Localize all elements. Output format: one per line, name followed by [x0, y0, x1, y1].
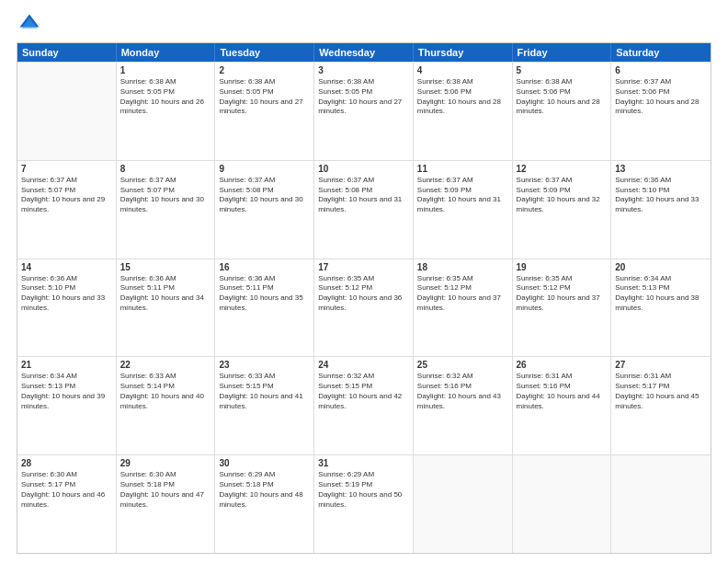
calendar-cell: 9 Sunrise: 6:37 AMSunset: 5:08 PMDayligh… — [215, 161, 314, 259]
calendar-cell: 11 Sunrise: 6:37 AMSunset: 5:09 PMDaylig… — [414, 161, 513, 259]
calendar: SundayMondayTuesdayWednesdayThursdayFrid… — [17, 42, 711, 554]
day-number: 25 — [417, 360, 508, 370]
day-number: 21 — [21, 360, 112, 370]
day-number: 24 — [318, 360, 409, 370]
day-number: 8 — [120, 164, 211, 174]
cell-info: Sunrise: 6:31 AMSunset: 5:16 PMDaylight:… — [517, 372, 608, 411]
calendar-cell: 28 Sunrise: 6:30 AMSunset: 5:17 PMDaylig… — [17, 455, 117, 553]
cell-info: Sunrise: 6:37 AMSunset: 5:09 PMDaylight:… — [417, 176, 508, 215]
cell-info: Sunrise: 6:30 AMSunset: 5:18 PMDaylight:… — [120, 470, 211, 510]
cell-info: Sunrise: 6:37 AMSunset: 5:07 PMDaylight:… — [21, 176, 112, 215]
day-number: 22 — [120, 360, 211, 370]
cell-info: Sunrise: 6:38 AMSunset: 5:06 PMDaylight:… — [517, 77, 608, 117]
calendar-cell: 5 Sunrise: 6:38 AMSunset: 5:06 PMDayligh… — [513, 63, 612, 160]
calendar-cell: 3 Sunrise: 6:38 AMSunset: 5:05 PMDayligh… — [314, 63, 414, 160]
day-number: 1 — [120, 65, 211, 75]
calendar-cell: 13 Sunrise: 6:36 AMSunset: 5:10 PMDaylig… — [611, 161, 711, 259]
calendar-cell: 30 Sunrise: 6:29 AMSunset: 5:18 PMDaylig… — [215, 455, 314, 553]
calendar-cell: 19 Sunrise: 6:35 AMSunset: 5:12 PMDaylig… — [513, 259, 612, 357]
day-number: 16 — [219, 262, 310, 272]
calendar-row: 21 Sunrise: 6:34 AMSunset: 5:13 PMDaylig… — [17, 356, 711, 454]
day-number: 11 — [417, 164, 508, 174]
calendar-body: 1 Sunrise: 6:38 AMSunset: 5:05 PMDayligh… — [17, 62, 711, 553]
day-number: 31 — [318, 458, 409, 468]
calendar-cell: 18 Sunrise: 6:35 AMSunset: 5:12 PMDaylig… — [414, 259, 513, 357]
day-number: 30 — [219, 458, 310, 468]
weekday-header: Wednesday — [314, 43, 414, 62]
day-number: 18 — [417, 262, 508, 272]
cell-info: Sunrise: 6:35 AMSunset: 5:12 PMDaylight:… — [318, 274, 409, 314]
calendar-cell: 1 Sunrise: 6:38 AMSunset: 5:05 PMDayligh… — [117, 63, 216, 160]
calendar-cell: 14 Sunrise: 6:36 AMSunset: 5:10 PMDaylig… — [17, 259, 117, 357]
day-number: 2 — [219, 65, 310, 75]
cell-info: Sunrise: 6:34 AMSunset: 5:13 PMDaylight:… — [21, 372, 112, 411]
calendar-cell: 16 Sunrise: 6:36 AMSunset: 5:11 PMDaylig… — [215, 259, 314, 357]
day-number: 10 — [318, 164, 409, 174]
calendar-cell: 27 Sunrise: 6:31 AMSunset: 5:17 PMDaylig… — [611, 357, 711, 454]
day-number: 13 — [615, 164, 707, 174]
cell-info: Sunrise: 6:37 AMSunset: 5:06 PMDaylight:… — [615, 77, 707, 117]
day-number: 20 — [615, 262, 707, 272]
calendar-cell: 15 Sunrise: 6:36 AMSunset: 5:11 PMDaylig… — [117, 259, 216, 357]
calendar-cell: 26 Sunrise: 6:31 AMSunset: 5:16 PMDaylig… — [513, 357, 612, 454]
cell-info: Sunrise: 6:32 AMSunset: 5:16 PMDaylight:… — [417, 372, 508, 411]
calendar-row: 1 Sunrise: 6:38 AMSunset: 5:05 PMDayligh… — [17, 62, 711, 160]
day-number: 23 — [219, 360, 310, 370]
cell-info: Sunrise: 6:32 AMSunset: 5:15 PMDaylight:… — [318, 372, 409, 411]
day-number: 14 — [21, 262, 112, 272]
cell-info: Sunrise: 6:36 AMSunset: 5:11 PMDaylight:… — [219, 274, 310, 314]
calendar-cell: 4 Sunrise: 6:38 AMSunset: 5:06 PMDayligh… — [414, 63, 513, 160]
calendar-cell: 24 Sunrise: 6:32 AMSunset: 5:15 PMDaylig… — [314, 357, 414, 454]
day-number: 19 — [517, 262, 608, 272]
calendar-row: 28 Sunrise: 6:30 AMSunset: 5:17 PMDaylig… — [17, 454, 711, 553]
cell-info: Sunrise: 6:37 AMSunset: 5:07 PMDaylight:… — [120, 176, 211, 215]
weekday-header: Monday — [117, 43, 216, 62]
day-number: 5 — [517, 65, 608, 75]
weekday-header: Sunday — [17, 43, 117, 62]
cell-info: Sunrise: 6:34 AMSunset: 5:13 PMDaylight:… — [615, 274, 707, 314]
day-number: 26 — [517, 360, 608, 370]
calendar-cell: 22 Sunrise: 6:33 AMSunset: 5:14 PMDaylig… — [117, 357, 216, 454]
logo-icon — [17, 11, 42, 37]
day-number: 9 — [219, 164, 310, 174]
weekday-header: Thursday — [414, 43, 513, 62]
calendar-cell: 12 Sunrise: 6:37 AMSunset: 5:09 PMDaylig… — [513, 161, 612, 259]
calendar-cell — [611, 455, 711, 553]
cell-info: Sunrise: 6:33 AMSunset: 5:14 PMDaylight:… — [120, 372, 211, 411]
weekday-header: Tuesday — [215, 43, 314, 62]
calendar-cell: 23 Sunrise: 6:33 AMSunset: 5:15 PMDaylig… — [215, 357, 314, 454]
calendar-cell: 31 Sunrise: 6:29 AMSunset: 5:19 PMDaylig… — [314, 455, 414, 553]
cell-info: Sunrise: 6:37 AMSunset: 5:08 PMDaylight:… — [219, 176, 310, 215]
header — [17, 11, 711, 37]
day-number: 4 — [417, 65, 508, 75]
calendar-row: 14 Sunrise: 6:36 AMSunset: 5:10 PMDaylig… — [17, 259, 711, 357]
calendar-cell: 29 Sunrise: 6:30 AMSunset: 5:18 PMDaylig… — [117, 455, 216, 553]
weekday-header: Friday — [513, 43, 612, 62]
calendar-cell — [513, 455, 612, 553]
day-number: 6 — [615, 65, 707, 75]
cell-info: Sunrise: 6:36 AMSunset: 5:10 PMDaylight:… — [615, 176, 707, 215]
calendar-cell: 21 Sunrise: 6:34 AMSunset: 5:13 PMDaylig… — [17, 357, 117, 454]
cell-info: Sunrise: 6:38 AMSunset: 5:06 PMDaylight:… — [417, 77, 508, 117]
day-number: 3 — [318, 65, 409, 75]
cell-info: Sunrise: 6:29 AMSunset: 5:19 PMDaylight:… — [318, 470, 409, 510]
cell-info: Sunrise: 6:31 AMSunset: 5:17 PMDaylight:… — [615, 372, 707, 411]
cell-info: Sunrise: 6:35 AMSunset: 5:12 PMDaylight:… — [417, 274, 508, 314]
page: SundayMondayTuesdayWednesdayThursdayFrid… — [0, 0, 728, 563]
cell-info: Sunrise: 6:38 AMSunset: 5:05 PMDaylight:… — [120, 77, 211, 117]
day-number: 12 — [517, 164, 608, 174]
calendar-cell: 20 Sunrise: 6:34 AMSunset: 5:13 PMDaylig… — [611, 259, 711, 357]
cell-info: Sunrise: 6:37 AMSunset: 5:09 PMDaylight:… — [517, 176, 608, 215]
day-number: 15 — [120, 262, 211, 272]
cell-info: Sunrise: 6:36 AMSunset: 5:11 PMDaylight:… — [120, 274, 211, 314]
calendar-cell: 10 Sunrise: 6:37 AMSunset: 5:08 PMDaylig… — [314, 161, 414, 259]
calendar-cell: 6 Sunrise: 6:37 AMSunset: 5:06 PMDayligh… — [611, 63, 711, 160]
cell-info: Sunrise: 6:36 AMSunset: 5:10 PMDaylight:… — [21, 274, 112, 314]
calendar-cell: 2 Sunrise: 6:38 AMSunset: 5:05 PMDayligh… — [215, 63, 314, 160]
day-number: 7 — [21, 164, 112, 174]
weekday-header: Saturday — [611, 43, 711, 62]
cell-info: Sunrise: 6:35 AMSunset: 5:12 PMDaylight:… — [517, 274, 608, 314]
cell-info: Sunrise: 6:37 AMSunset: 5:08 PMDaylight:… — [318, 176, 409, 215]
cell-info: Sunrise: 6:38 AMSunset: 5:05 PMDaylight:… — [318, 77, 409, 117]
cell-info: Sunrise: 6:33 AMSunset: 5:15 PMDaylight:… — [219, 372, 310, 411]
